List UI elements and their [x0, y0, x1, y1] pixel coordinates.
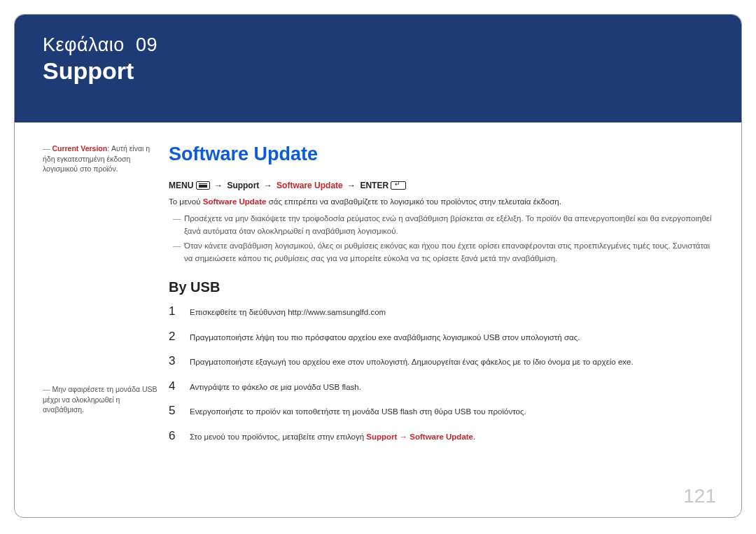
- step-text: Στο μενού του προϊόντος, μεταβείτε στην …: [190, 431, 475, 443]
- note-item-2: Όταν κάνετε αναβάθμιση λογισμικού, όλες …: [169, 240, 713, 265]
- intro-text: Το μενού Software Update σάς επιτρέπει ν…: [169, 196, 713, 209]
- chapter-label: Κεφάλαιο 09: [43, 34, 713, 56]
- sidebar-note-current-version: ― Current Version: Αυτή είναι η ήδη εγκα…: [43, 143, 162, 174]
- content-area: ― Current Version: Αυτή είναι η ήδη εγκα…: [15, 122, 741, 451]
- chapter-title: Support: [43, 57, 713, 85]
- step-number: 1: [169, 302, 190, 321]
- step-text: Πραγματοποιήστε εξαγωγή του αρχείου exe …: [190, 356, 634, 368]
- main-column: Software Update MENU → Support → Softwar…: [162, 143, 713, 451]
- subsection-heading-by-usb: By USB: [169, 279, 713, 295]
- step-text: Πραγματοποιήστε λήψη του πιο πρόσφατου α…: [190, 332, 580, 344]
- document-page: Κεφάλαιο 09 Support ― Current Version: Α…: [14, 14, 742, 518]
- step-text: Επισκεφθείτε τη διεύθυνση http://www.sam…: [190, 307, 386, 318]
- menu-path: MENU → Support → Software Update → ENTER: [169, 181, 713, 190]
- section-heading-software-update: Software Update: [169, 143, 713, 165]
- step-5: 5 Ενεργοποιήστε το προϊόν και τοποθετήστ…: [169, 402, 713, 420]
- usb-warning-text: Μην αφαιρέσετε τη μονάδα USB μέχρι να ολ…: [43, 385, 158, 414]
- step6-suffix: .: [473, 433, 475, 441]
- arrow-icon: →: [345, 181, 358, 190]
- arrow-icon: →: [262, 181, 274, 190]
- path-support: Support: [227, 181, 259, 190]
- step-3: 3 Πραγματοποιήστε εξαγωγή του αρχείου ex…: [169, 352, 713, 370]
- sidebar: ― Current Version: Αυτή είναι η ήδη εγκα…: [43, 143, 162, 451]
- step-number: 6: [169, 427, 190, 445]
- arrow-icon: →: [212, 181, 225, 190]
- chapter-number: 09: [136, 34, 158, 55]
- step6-support: Support: [366, 433, 397, 441]
- page-number: 121: [683, 485, 716, 507]
- intro-suffix: σάς επιτρέπει να αναβαθμίζετε το λογισμι…: [267, 197, 561, 206]
- step-2: 2 Πραγματοποιήστε λήψη του πιο πρόσφατου…: [169, 328, 713, 346]
- path-software-update: Software Update: [276, 181, 343, 190]
- step6-sw: Software Update: [410, 433, 473, 441]
- step-number: 5: [169, 402, 190, 420]
- enter-icon: [391, 181, 406, 190]
- step6-prefix: Στο μενού του προϊόντος, μεταβείτε στην …: [190, 433, 366, 441]
- current-version-label: Current Version: [52, 144, 107, 153]
- chapter-word: Κεφάλαιο: [43, 34, 125, 55]
- intro-red: Software Update: [203, 197, 267, 206]
- step-4: 4 Αντιγράψτε το φάκελο σε μια μονάδα USB…: [169, 377, 713, 395]
- step-number: 3: [169, 352, 190, 370]
- step-1: 1 Επισκεφθείτε τη διεύθυνση http://www.s…: [169, 302, 713, 321]
- step6-arrow: →: [397, 433, 410, 441]
- menu-icon: [196, 181, 210, 190]
- intro-prefix: Το μενού: [169, 197, 203, 206]
- step-6: 6 Στο μενού του προϊόντος, μεταβείτε στη…: [169, 427, 713, 445]
- note-item-1: Προσέχετε να μην διακόψετε την τροφοδοσί…: [169, 213, 713, 238]
- step-number: 4: [169, 377, 190, 395]
- step-number: 2: [169, 328, 190, 346]
- sidebar-note-usb-warning: ― Μην αφαιρέσετε τη μονάδα USB μέχρι να …: [43, 384, 162, 415]
- step-text: Ενεργοποιήστε το προϊόν και τοποθετήστε …: [190, 406, 526, 418]
- menu-label: MENU: [169, 181, 193, 190]
- step-text: Αντιγράψτε το φάκελο σε μια μονάδα USB f…: [190, 381, 361, 393]
- chapter-header: Κεφάλαιο 09 Support: [15, 15, 741, 122]
- enter-label: ENTER: [360, 181, 388, 190]
